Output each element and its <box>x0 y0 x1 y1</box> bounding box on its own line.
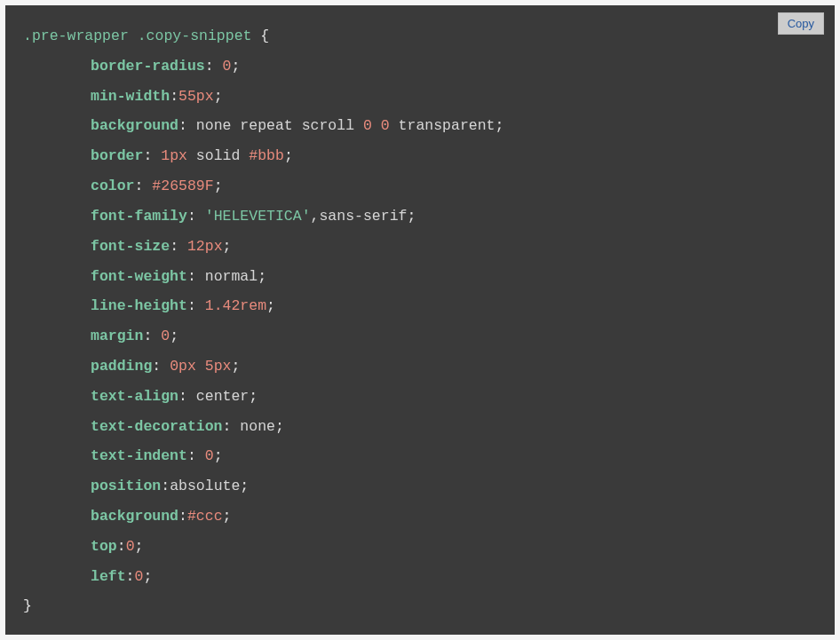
css-property: background <box>91 117 178 134</box>
css-value: absolute <box>170 478 240 494</box>
colon: : <box>187 268 205 285</box>
css-declaration: line-height: 1.42rem; <box>23 291 817 321</box>
css-value: 0 <box>205 447 214 464</box>
css-value: 0 0 <box>363 117 390 134</box>
css-value: 55px <box>178 88 214 105</box>
semicolon: ; <box>258 268 266 285</box>
css-property: top <box>91 538 117 555</box>
css-declaration: min-width:55px; <box>23 82 817 112</box>
css-value: 0 <box>161 328 170 344</box>
css-declaration: margin: 0; <box>23 321 817 352</box>
css-declaration: text-align: center; <box>23 382 817 412</box>
css-value: 0px 5px <box>170 358 231 375</box>
css-value: 0 <box>135 568 144 585</box>
semicolon: ; <box>240 478 249 494</box>
css-value: ,sans-serif <box>311 208 408 225</box>
css-value: 0 <box>223 58 232 75</box>
css-value: 'HELEVETICA' <box>205 208 311 225</box>
css-value: transparent <box>390 117 495 134</box>
colon: : <box>178 508 187 525</box>
semicolon: ; <box>284 147 293 164</box>
css-property: font-weight <box>91 268 187 285</box>
css-value: 0 <box>126 538 135 555</box>
colon: : <box>117 538 126 555</box>
semicolon: ; <box>407 208 416 225</box>
css-property: line-height <box>91 297 187 314</box>
semicolon: ; <box>231 358 240 375</box>
semicolon: ; <box>223 238 232 255</box>
css-property: font-size <box>91 238 170 255</box>
semicolon: ; <box>249 388 258 405</box>
css-close-line: } <box>23 591 817 621</box>
css-declaration: border-radius: 0; <box>23 51 817 82</box>
colon: : <box>205 58 223 75</box>
css-property: border <box>91 147 143 164</box>
css-property: text-decoration <box>91 418 223 435</box>
semicolon: ; <box>495 117 504 134</box>
semicolon: ; <box>223 508 232 525</box>
css-selector: .pre-wrapper .copy-snippet <box>23 28 251 44</box>
css-value: normal <box>205 268 258 285</box>
semicolon: ; <box>266 297 275 314</box>
css-value: 1px <box>161 147 187 164</box>
colon: : <box>170 238 187 255</box>
css-value: #26589F <box>152 178 213 194</box>
css-declaration: top:0; <box>23 532 817 562</box>
colon: : <box>187 297 205 314</box>
semicolon: ; <box>143 568 152 585</box>
colon: : <box>170 88 178 105</box>
colon: : <box>223 418 241 435</box>
css-property: background <box>91 508 178 525</box>
colon: : <box>161 478 170 494</box>
css-value: none repeat scroll <box>196 117 363 134</box>
css-declaration: font-weight: normal; <box>23 262 817 292</box>
css-property: text-align <box>91 388 178 405</box>
colon: : <box>187 208 205 225</box>
colon: : <box>178 388 196 405</box>
css-code-block: .pre-wrapper .copy-snippet {border-radiu… <box>23 21 817 621</box>
css-declaration: text-indent: 0; <box>23 441 817 471</box>
css-declaration: text-decoration: none; <box>23 412 817 442</box>
css-selector-line: .pre-wrapper .copy-snippet { <box>23 21 817 51</box>
css-property: padding <box>91 358 152 375</box>
css-property: color <box>91 178 135 194</box>
css-declaration: padding: 0px 5px; <box>23 352 817 382</box>
semicolon: ; <box>275 418 284 435</box>
colon: : <box>152 358 170 375</box>
colon: : <box>143 147 161 164</box>
close-brace: } <box>23 597 32 614</box>
css-property: position <box>91 478 161 494</box>
css-declaration: left:0; <box>23 562 817 592</box>
css-property: text-indent <box>91 447 187 464</box>
css-declaration: font-family: 'HELEVETICA',sans-serif; <box>23 201 817 232</box>
css-value: solid <box>187 147 249 164</box>
css-value: #ccc <box>187 508 223 525</box>
semicolon: ; <box>170 328 178 344</box>
copy-button[interactable]: Copy <box>778 12 824 35</box>
semicolon: ; <box>135 538 144 555</box>
open-brace: { <box>251 28 269 44</box>
css-declaration: background:#ccc; <box>23 502 817 532</box>
css-declaration: font-size: 12px; <box>23 232 817 262</box>
semicolon: ; <box>214 447 223 464</box>
semicolon: ; <box>214 178 223 194</box>
semicolon: ; <box>214 88 223 105</box>
css-value: center <box>196 388 249 405</box>
css-declaration: border: 1px solid #bbb; <box>23 141 817 171</box>
semicolon: ; <box>231 58 240 75</box>
css-declaration: color: #26589F; <box>23 171 817 201</box>
css-value: #bbb <box>249 147 284 164</box>
css-value: 1.42rem <box>205 297 266 314</box>
colon: : <box>143 328 161 344</box>
css-property: border-radius <box>91 58 205 75</box>
css-declaration: background: none repeat scroll 0 0 trans… <box>23 111 817 141</box>
css-value: 12px <box>187 238 223 255</box>
css-value: none <box>240 418 275 435</box>
css-declaration: position:absolute; <box>23 471 817 502</box>
colon: : <box>135 178 153 194</box>
css-property: min-width <box>91 88 170 105</box>
css-property: left <box>91 568 126 585</box>
colon: : <box>178 117 196 134</box>
colon: : <box>126 568 135 585</box>
css-property: font-family <box>91 208 187 225</box>
